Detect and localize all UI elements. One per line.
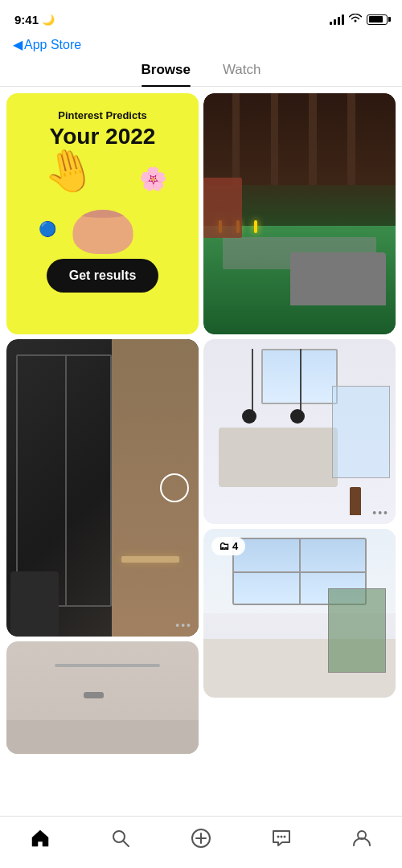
pin-circle-button[interactable]: [160, 473, 189, 502]
beam2: [271, 93, 279, 185]
shower-door: [65, 356, 112, 606]
toilet: [10, 571, 59, 637]
tab-bar-search[interactable]: [100, 825, 141, 852]
pendant-2: [290, 409, 305, 424]
brick-wall: [203, 178, 242, 238]
bowl-art: [72, 210, 133, 254]
svg-point-5: [277, 836, 280, 838]
extension-card[interactable]: 🗂 4: [203, 529, 396, 698]
island: [219, 428, 338, 487]
collection-badge: 🗂 4: [211, 537, 245, 555]
back-label: App Store: [24, 38, 81, 52]
back-arrow-icon: ◀: [13, 37, 23, 52]
light3: [254, 220, 257, 233]
home-icon: [30, 828, 51, 849]
beam4: [347, 93, 355, 185]
beam3: [309, 93, 317, 185]
flowers-art: 🌸: [139, 166, 167, 192]
stool: [350, 487, 361, 515]
pinterest-label: Pinterest Predicts: [58, 109, 147, 121]
battery-icon: [367, 14, 388, 25]
status-icons: [330, 13, 388, 26]
tab-browse[interactable]: Browse: [142, 62, 191, 86]
bathroom-card[interactable]: •••: [6, 339, 199, 637]
kitchen-card[interactable]: •••: [203, 339, 396, 524]
back-button[interactable]: ◀ App Store: [13, 37, 81, 52]
search-icon: [110, 828, 131, 849]
bottom-tab-bar: [0, 816, 402, 868]
left-column: Pinterest Predicts Your 2022 🤚 🌸 🔵 Get r…: [6, 93, 199, 754]
bowl-rim: [72, 210, 133, 218]
pinterest-card[interactable]: Pinterest Predicts Your 2022 🤚 🌸 🔵 Get r…: [6, 93, 199, 334]
collection-count: 4: [232, 540, 238, 552]
pendant-wire-1: [252, 349, 253, 414]
pendant-1: [242, 409, 256, 424]
add-icon: [191, 828, 211, 849]
collection-icon: 🗂: [219, 540, 229, 552]
back-windows-ext: [328, 588, 386, 673]
tab-bar-home[interactable]: [20, 825, 60, 852]
bottom-bathroom-card[interactable]: [6, 641, 199, 754]
tab-bar-nav: Browse Watch: [0, 55, 402, 87]
signal-icon: [330, 14, 344, 25]
pendant-wire-2: [300, 349, 302, 414]
moon-icon: 🌙: [42, 14, 55, 26]
svg-line-1: [123, 841, 129, 846]
balls-art: 🔵: [39, 220, 56, 238]
kitchen-image: [203, 339, 396, 524]
tab-bar-profile[interactable]: [342, 825, 382, 852]
content-grid: Pinterest Predicts Your 2022 🤚 🌸 🔵 Get r…: [0, 87, 402, 754]
bath-base: [6, 720, 199, 754]
faucet: [84, 692, 104, 698]
wifi-icon: [349, 13, 362, 26]
svg-point-6: [281, 836, 283, 838]
skylight-divider-v: [299, 539, 301, 604]
tab-bar-messages[interactable]: [261, 825, 302, 852]
shower-frame: [16, 354, 113, 608]
pinterest-year: Your 2022: [50, 125, 156, 149]
bath-shelf: [55, 664, 160, 667]
hand-art: 🤚: [38, 143, 99, 197]
more-options-button[interactable]: •••: [175, 619, 192, 632]
get-results-button[interactable]: Get results: [47, 259, 159, 293]
pinterest-art: 🤚 🌸 🔵: [39, 149, 167, 254]
status-bar: 9:41 🌙: [0, 0, 402, 35]
kitchen-more-options[interactable]: •••: [372, 506, 389, 519]
beam1: [232, 93, 240, 185]
svg-point-7: [284, 836, 286, 838]
messages-icon: [271, 828, 292, 849]
tab-bar-add[interactable]: [181, 825, 221, 852]
outdoor-card[interactable]: [203, 93, 396, 334]
nav-bar: ◀ App Store: [0, 35, 402, 55]
status-time: 9:41: [14, 13, 39, 27]
tab-watch[interactable]: Watch: [223, 62, 261, 86]
right-column: ••• 🗂 4: [203, 93, 396, 754]
profile-icon: [351, 828, 372, 849]
outdoor-image: [203, 93, 396, 334]
bottom-bathroom-image: [6, 641, 199, 754]
shelf-light: [121, 556, 179, 563]
pergola-top: [203, 93, 396, 185]
sofa: [290, 252, 387, 305]
back-windows: [332, 386, 390, 478]
